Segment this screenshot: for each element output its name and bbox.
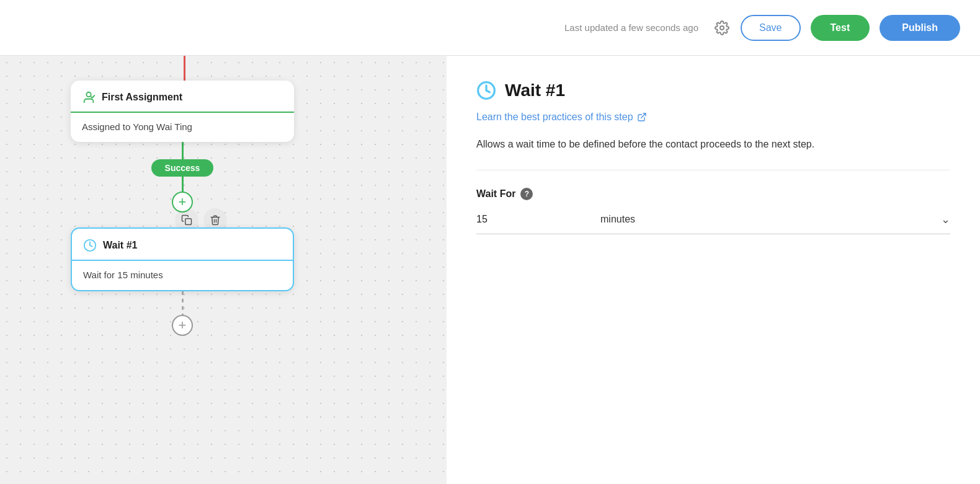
clock-icon-node [83,239,97,252]
svg-line-5 [641,113,645,118]
right-panel: Wait #1 Learn the best practices of this… [447,56,980,484]
assignment-node-header: First Assignment [71,81,294,112]
panel-title: Wait #1 [505,81,565,100]
success-badge: Success [151,159,214,177]
svg-rect-2 [185,219,191,225]
wait-for-label: Wait For ? [476,188,950,200]
connector-dashed [182,291,184,315]
test-button[interactable]: Test [811,15,870,41]
save-button[interactable]: Save [741,15,800,41]
assignment-node[interactable]: First Assignment Assigned to Yong Wai Ti… [71,81,294,142]
connector-2 [182,177,184,191]
panel-title-row: Wait #1 [476,81,950,100]
wait-node-header: Wait #1 [72,229,293,260]
wait-node[interactable]: Wait #1 Wait for 15 minutes [71,227,294,291]
assignment-node-wrapper: First Assignment Assigned to Yong Wai Ti… [71,81,294,336]
settings-icon[interactable] [713,19,731,37]
svg-point-1 [86,92,91,97]
wait-unit-select[interactable]: minutes ⌄ [600,213,950,226]
chevron-down-icon: ⌄ [941,213,950,226]
svg-point-0 [720,26,724,30]
add-step-button-1[interactable]: + [172,191,193,213]
workflow-canvas[interactable]: First Assignment Assigned to Yong Wai Ti… [0,56,447,484]
publish-button[interactable]: Publish [880,15,960,41]
assignment-node-body: Assigned to Yong Wai Ting [71,113,294,142]
add-step-button-2[interactable]: + [172,315,193,336]
assignment-node-title: First Assignment [102,92,182,103]
start-connector [184,56,185,81]
topbar: Last updated a few seconds ago Save Test… [0,0,980,56]
main-layout: First Assignment Assigned to Yong Wai Ti… [0,56,980,484]
wait-node-title: Wait #1 [103,240,137,251]
external-link-icon [637,112,647,122]
status-text: Last updated a few seconds ago [564,22,698,33]
wait-node-body: Wait for 15 minutes [72,261,293,290]
wait-number-input[interactable] [476,214,600,225]
connector-1 [182,142,184,159]
help-icon[interactable]: ? [520,188,533,200]
learn-best-practices-link[interactable]: Learn the best practices of this step [476,112,950,123]
assign-icon [82,90,96,104]
panel-description: Allows a wait time to be defined before … [476,136,950,170]
clock-icon-panel [476,81,496,100]
wait-inputs-row: minutes ⌄ [476,213,950,234]
connector-3 [182,213,184,227]
